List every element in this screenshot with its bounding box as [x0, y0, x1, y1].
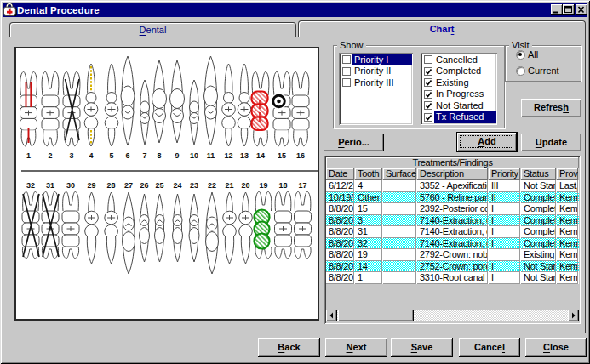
svg-text:1: 1: [26, 151, 31, 160]
svg-text:17: 17: [298, 181, 306, 190]
svg-text:4: 4: [89, 151, 93, 160]
svg-text:8: 8: [157, 151, 161, 160]
svg-text:30: 30: [66, 181, 75, 190]
svg-text:3: 3: [69, 151, 73, 160]
svg-text:12: 12: [224, 151, 232, 160]
svg-text:31: 31: [46, 181, 54, 190]
svg-text:22: 22: [208, 181, 216, 190]
svg-text:11: 11: [207, 151, 215, 160]
svg-text:13: 13: [240, 151, 249, 160]
svg-text:15: 15: [278, 151, 286, 160]
svg-text:28: 28: [107, 181, 116, 190]
svg-text:32: 32: [26, 181, 35, 190]
svg-text:18: 18: [278, 181, 287, 190]
svg-text:6: 6: [125, 151, 129, 160]
svg-text:23: 23: [190, 181, 198, 190]
svg-text:24: 24: [173, 181, 181, 190]
svg-text:5: 5: [109, 151, 113, 160]
svg-text:2: 2: [48, 151, 52, 160]
svg-text:14: 14: [256, 151, 265, 160]
svg-text:21: 21: [225, 181, 233, 190]
svg-text:25: 25: [155, 181, 163, 190]
svg-text:10: 10: [190, 151, 198, 160]
svg-text:16: 16: [296, 151, 305, 160]
svg-text:19: 19: [259, 181, 267, 190]
svg-text:9: 9: [175, 151, 179, 160]
svg-text:27: 27: [124, 181, 133, 190]
svg-text:7: 7: [142, 151, 146, 160]
svg-text:26: 26: [140, 181, 148, 190]
svg-text:20: 20: [241, 181, 249, 190]
svg-text:29: 29: [87, 181, 95, 190]
